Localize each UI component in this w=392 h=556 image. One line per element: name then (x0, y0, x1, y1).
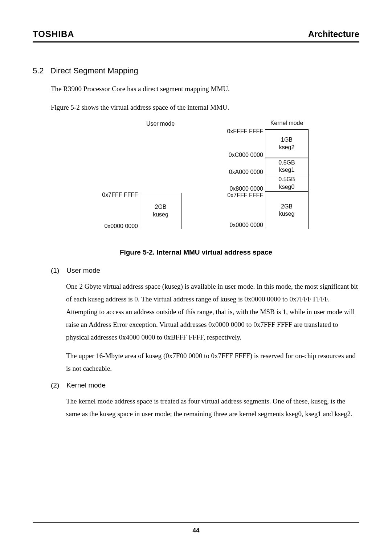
address-label: 0x8000 0000 (221, 186, 263, 192)
segment-size: 2GB (281, 203, 293, 211)
page: TOSHIBA Architecture 5.2 Direct Segment … (0, 0, 392, 556)
kseg2-segment: 1GB kseg2 (265, 129, 309, 158)
paragraph: One 2 Gbyte virtual address space (kuseg… (66, 280, 359, 344)
paragraph: Figure 5-2 shows the virtual address spa… (51, 102, 359, 113)
address-label: 0x0000 0000 (221, 222, 263, 228)
segment-name: kseg2 (279, 144, 295, 151)
address-label: 0xC000 0000 (221, 152, 263, 158)
section-body: The R3900 Processor Core has a direct se… (51, 76, 359, 113)
subsection-number: (1) (51, 267, 59, 275)
figure-caption: Figure 5-2. Internal MMU virtual address… (33, 248, 359, 256)
kseg1-segment: 0.5GB kseg1 (265, 158, 309, 175)
user-kuseg-segment: 2GB kuseg (140, 193, 181, 229)
address-label: 0xA000 0000 (221, 169, 263, 175)
segment-size: 0.5GB (278, 159, 295, 167)
kseg0-segment: 0.5GB kseg0 (265, 175, 309, 192)
address-label: 0x7FFF FFFF (221, 192, 263, 199)
figure-diagram: User mode Kernel mode 2GB kuseg 0x7FFF F… (80, 129, 312, 231)
segment-name: kseg0 (279, 183, 295, 191)
segment-size: 0.5GB (278, 176, 295, 183)
chapter-title: Architecture (308, 29, 359, 39)
page-number: 44 (193, 527, 200, 534)
segment-name: kuseg (153, 211, 168, 219)
subsection-heading: (1) User mode (51, 267, 359, 275)
subsection-heading: (2) Kernel mode (51, 381, 359, 389)
address-label: 0x7FFF FFFF (96, 192, 138, 198)
subsection-title: User mode (66, 267, 100, 275)
section-number: 5.2 (33, 66, 44, 76)
subsection-title: Kernel mode (66, 381, 106, 389)
brand-logo-text: TOSHIBA (33, 29, 74, 39)
subsection-body: The kernel mode address space is treated… (66, 389, 359, 420)
address-label: 0xFFFF FFFF (221, 128, 263, 135)
kernel-mode-header: Kernel mode (267, 120, 307, 126)
segment-size: 2GB (155, 203, 166, 211)
subsection-number: (2) (51, 381, 59, 389)
paragraph: The kernel mode address space is treated… (66, 395, 359, 420)
user-mode-header: User mode (142, 121, 179, 127)
kernel-kuseg-segment: 2GB kuseg (265, 191, 309, 229)
paragraph: The upper 16-Mbyte area of kuseg (0x7F00… (66, 349, 359, 375)
segment-name: kseg1 (279, 166, 295, 174)
section-title: Direct Segment Mapping (50, 66, 138, 76)
address-label: 0x0000 0000 (96, 223, 138, 230)
page-footer: 44 (33, 522, 359, 534)
paragraph: The R3900 Processor Core has a direct se… (51, 84, 359, 94)
page-header: TOSHIBA Architecture (33, 29, 359, 42)
section-heading: 5.2 Direct Segment Mapping (33, 66, 359, 76)
segment-name: kuseg (279, 210, 295, 218)
subsection-body: One 2 Gbyte virtual address space (kuseg… (66, 275, 359, 375)
segment-size: 1GB (281, 136, 293, 144)
